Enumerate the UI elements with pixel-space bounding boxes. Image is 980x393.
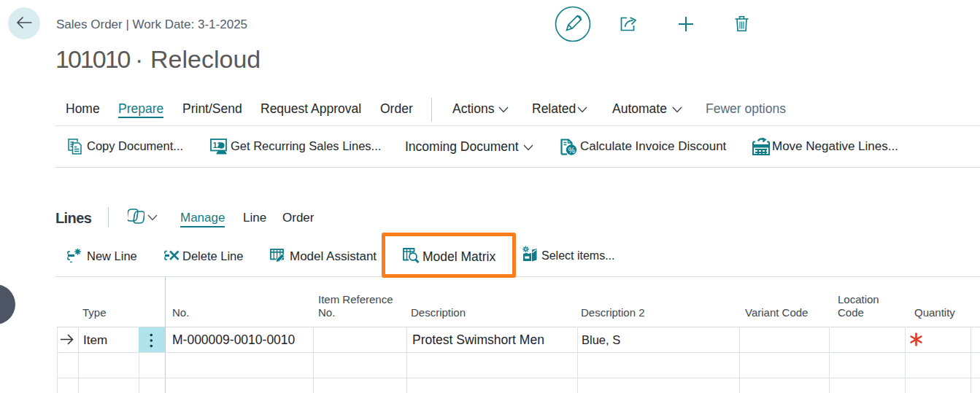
svg-text:%: % [568,146,575,155]
